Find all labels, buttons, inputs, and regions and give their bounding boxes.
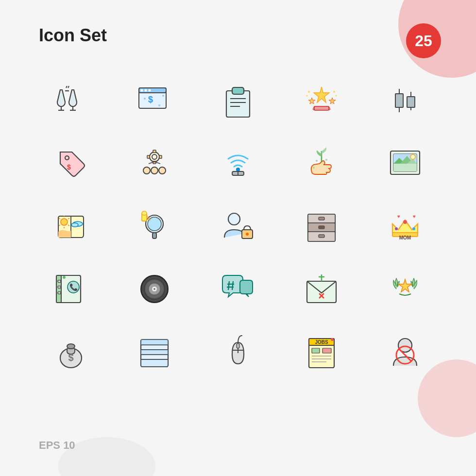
web-money-icon: $ (113, 68, 196, 131)
svg-text:♥: ♥ (413, 214, 416, 219)
svg-text:MOM: MOM (399, 235, 411, 240)
svg-marker-21 (314, 87, 329, 102)
svg-text:$: $ (148, 95, 153, 104)
svg-point-28 (333, 91, 335, 93)
svg-line-6 (68, 86, 69, 88)
svg-point-55 (325, 159, 327, 161)
svg-rect-133 (141, 340, 168, 345)
svg-point-13 (144, 98, 146, 100)
svg-marker-23 (329, 98, 336, 104)
svg-marker-22 (308, 98, 315, 104)
svg-text:$: $ (68, 352, 73, 363)
svg-rect-35 (407, 97, 415, 107)
svg-rect-41 (153, 150, 156, 153)
svg-point-47 (143, 167, 150, 174)
wifi-device-icon (196, 131, 280, 194)
svg-point-126 (67, 344, 75, 349)
svg-point-66 (61, 219, 68, 225)
user-lock-icon (196, 194, 280, 257)
computer-mouse-icon (196, 321, 280, 384)
jobs-newspaper-icon: JOBS (280, 321, 363, 384)
svg-point-48 (151, 167, 158, 174)
svg-rect-91 (319, 235, 324, 238)
mom-crown-icon: ♥ ♥ MOM (363, 194, 447, 257)
svg-point-74 (71, 223, 78, 227)
svg-rect-103 (58, 292, 61, 294)
address-book-icon: 📞 (29, 257, 113, 321)
svg-point-11 (149, 89, 151, 92)
svg-point-147 (331, 338, 334, 341)
svg-rect-16 (226, 91, 250, 117)
svg-rect-17 (232, 87, 244, 94)
mirror-light-icon (113, 194, 196, 257)
svg-point-27 (308, 91, 310, 93)
star-laurel-icon (363, 257, 447, 321)
price-tag-icon: $ (29, 131, 113, 194)
badge-number: 25 (406, 23, 441, 58)
svg-text:♥: ♥ (397, 214, 400, 219)
svg-marker-123 (398, 279, 412, 292)
svg-rect-32 (395, 94, 403, 107)
svg-point-76 (148, 217, 161, 231)
svg-point-94 (395, 227, 398, 230)
svg-point-84 (246, 233, 249, 236)
cheers-glasses-icon (29, 68, 113, 131)
svg-rect-138 (237, 343, 239, 348)
svg-point-95 (412, 227, 415, 230)
clipboard-icon (196, 68, 280, 131)
svg-rect-134 (141, 350, 168, 355)
svg-point-106 (63, 276, 66, 279)
gear-network-icon (113, 131, 196, 194)
svg-point-15 (162, 95, 164, 97)
svg-marker-26 (329, 106, 330, 110)
svg-point-56 (313, 167, 315, 169)
icon-grid: $ (29, 68, 447, 384)
svg-point-29 (306, 95, 308, 97)
svg-point-82 (228, 213, 240, 225)
grid-lines-icon (113, 321, 196, 384)
svg-point-14 (158, 104, 160, 106)
svg-point-93 (403, 220, 407, 224)
svg-point-50 (236, 168, 240, 171)
svg-rect-63 (393, 164, 417, 171)
svg-rect-135 (141, 359, 168, 367)
cabinet-drawer-icon (280, 194, 363, 257)
eps-label: EPS 10 (39, 439, 75, 452)
svg-rect-143 (323, 348, 331, 353)
svg-point-30 (336, 95, 337, 97)
svg-point-79 (142, 211, 147, 215)
svg-rect-101 (58, 280, 61, 282)
svg-point-64 (410, 154, 415, 159)
svg-point-49 (159, 167, 166, 174)
svg-rect-142 (312, 348, 320, 353)
vinyl-disc-icon (113, 257, 196, 321)
svg-rect-87 (319, 217, 324, 220)
svg-rect-102 (58, 286, 61, 288)
svg-text:📞: 📞 (69, 283, 78, 291)
svg-text:$: $ (67, 163, 71, 171)
money-bag-icon: $ (29, 321, 113, 384)
picture-frame-icon (363, 131, 447, 194)
svg-line-5 (66, 86, 67, 88)
svg-point-111 (153, 288, 155, 290)
svg-rect-89 (319, 226, 324, 229)
candlestick-chart-icon (363, 68, 447, 131)
svg-rect-44 (159, 155, 162, 158)
landscape-sun-icon (29, 194, 113, 257)
page-title: Icon Set (39, 25, 107, 46)
svg-text:JOBS: JOBS (315, 340, 328, 345)
svg-point-10 (145, 89, 147, 92)
svg-point-54 (316, 160, 318, 162)
letter-cross-icon (280, 257, 363, 321)
svg-point-39 (150, 152, 159, 162)
user-blocked-icon (363, 321, 447, 384)
svg-point-9 (141, 89, 143, 92)
svg-rect-43 (147, 155, 150, 158)
svg-rect-100 (56, 275, 61, 303)
svg-marker-25 (313, 106, 314, 110)
svg-rect-24 (314, 106, 329, 110)
hashtag-chat-icon (196, 257, 280, 321)
plant-hand-icon (280, 131, 363, 194)
star-rating-icon (280, 68, 363, 131)
svg-rect-77 (153, 233, 156, 238)
